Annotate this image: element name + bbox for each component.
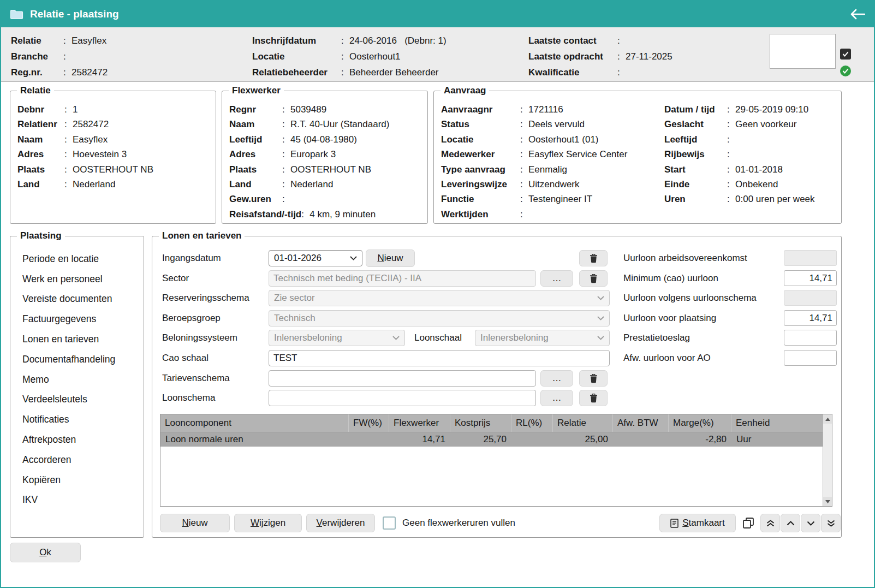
chevron-down-icon	[350, 256, 357, 260]
cell-flexwerker: 14,71	[389, 432, 450, 447]
prestatietoeslag-input[interactable]	[784, 330, 837, 346]
plaatsing-item-documentafhandeling[interactable]: Documentafhandeling	[15, 349, 140, 370]
field-label: Rijbewijs	[664, 147, 727, 162]
colon	[520, 147, 528, 162]
colon	[341, 67, 349, 78]
header-checkbox[interactable]	[840, 49, 851, 60]
move-last-button[interactable]	[821, 514, 841, 532]
flexwerker-rows: Regnr5039489 NaamR.T. 40-Uur (Standaard)…	[229, 102, 423, 222]
ellipsis-icon: …	[552, 373, 562, 384]
plaatsing-item-lonen-en-tarieven[interactable]: Lonen en tarieven	[15, 329, 140, 349]
scrollbar-track[interactable]	[823, 424, 832, 497]
plaatsing-item-factuurgegevens[interactable]: Factuurgegevens	[15, 309, 140, 329]
field-label: Kwalificatie	[528, 67, 617, 78]
sector-delete-button[interactable]	[579, 270, 608, 287]
stamkaart-button[interactable]: Stamkaart	[659, 514, 736, 532]
colon	[520, 117, 528, 132]
colon	[520, 102, 528, 117]
colon	[341, 35, 349, 46]
move-first-button[interactable]	[760, 514, 780, 532]
colon	[301, 207, 309, 222]
tarievenschema-browse-button[interactable]: …	[540, 370, 573, 387]
field-label: Uren	[664, 192, 727, 206]
field-value: 29-05-2019 09:10	[735, 102, 808, 117]
button-label: Nieuw	[377, 253, 403, 264]
colon	[617, 67, 626, 78]
looncomponenten-table: Looncomponent FW(%) Flexwerker Kostprijs…	[160, 414, 832, 507]
window: Relatie - plaatsing RelatieEasyflex Bran…	[0, 0, 875, 588]
uurloon-uurloonschema-input	[784, 290, 837, 306]
loonschema-browse-button[interactable]: …	[540, 390, 573, 406]
plaatsing-menu: Periode en locatie Werk en personeel Ver…	[15, 249, 140, 510]
cell-marge-pct: -2,80	[669, 432, 731, 447]
nieuw-button[interactable]: Nieuw	[160, 514, 230, 532]
table-header-cell: Kostprijs	[450, 414, 511, 432]
cell-fw-pct	[349, 432, 389, 447]
geen-flexwerkeruren-checkbox[interactable]	[383, 516, 396, 530]
field-label: Geslacht	[664, 117, 727, 132]
field-label: Laatste contact	[528, 35, 617, 46]
plaatsing-item-aftrekposten[interactable]: Aftrekposten	[15, 430, 140, 450]
plaatsing-item-ikv[interactable]: IKV	[15, 490, 140, 510]
wijzigen-button[interactable]: Wijzigen	[234, 514, 302, 532]
move-up-button[interactable]	[781, 514, 800, 532]
verwijderen-button[interactable]: Verwijderen	[306, 514, 375, 532]
colon	[64, 147, 73, 162]
minimum-cao-uurloon-input[interactable]	[784, 270, 837, 286]
checkbox-label: Geen flexwerkeruren vullen	[402, 514, 515, 532]
loonschema-delete-button[interactable]	[579, 390, 608, 406]
table-header-cell: Afw. BTW	[613, 414, 669, 432]
field-label: Adres	[229, 147, 282, 162]
table-scrollbar[interactable]	[823, 414, 832, 506]
table-header-cell: Looncomponent	[160, 414, 349, 432]
field-value: 0:00 uren per week	[735, 192, 815, 206]
relatie-rows: Debnr1 Relatienr2582472 NaamEasyflex Adr…	[17, 102, 211, 192]
field-label: Reisafstand/-tijd	[229, 207, 301, 222]
table-empty-area	[160, 447, 823, 506]
cell-afw-btw	[613, 432, 669, 447]
back-arrow-icon[interactable]	[850, 9, 865, 20]
copy-icon[interactable]	[742, 517, 754, 529]
chevron-down-icon	[597, 296, 604, 300]
field-label: Leveringswijze	[441, 177, 520, 192]
afw-uurloon-ao-input[interactable]	[784, 350, 837, 366]
colon	[520, 162, 528, 177]
uurloon-plaatsing-input[interactable]	[784, 310, 837, 326]
table-row-selected[interactable]: Loon normale uren 14,71 25,70 25,00 -2,8…	[160, 432, 823, 447]
plaatsing-item-vereiste-documenten[interactable]: Vereiste documenten	[15, 289, 140, 310]
uurloon-arbeidsovereenkomst-input	[784, 250, 837, 266]
loonschaal-label: Loonschaal	[414, 330, 462, 346]
select-value: 01-01-2026	[274, 253, 322, 264]
trash-icon	[590, 274, 598, 283]
scroll-up-button[interactable]	[823, 414, 832, 424]
plaatsing-item-periode-en-locatie[interactable]: Periode en locatie	[15, 249, 140, 269]
rate-label: Uurloon voor plaatsing	[623, 310, 716, 326]
plaatsing-item-kopieren[interactable]: Kopiëren	[15, 470, 140, 490]
field-label: Naam	[229, 117, 282, 132]
header-summary: RelatieEasyflex Branche Reg.nr.2582472 I…	[1, 27, 874, 82]
chevron-down-icon	[597, 316, 604, 320]
plaatsing-item-notificaties[interactable]: Notificaties	[15, 409, 140, 430]
colon	[617, 51, 626, 62]
ellipsis-icon: …	[552, 393, 562, 403]
tarievenschema-delete-button[interactable]	[579, 370, 608, 387]
ok-button[interactable]: Ok	[10, 543, 81, 562]
ingangsdatum-select[interactable]: 01-01-2026	[269, 250, 362, 266]
plaatsing-item-accorderen[interactable]: Accorderen	[15, 450, 140, 470]
field-label: Inschrijfdatum	[252, 35, 341, 46]
plaatsing-item-memo[interactable]: Memo	[15, 370, 140, 390]
sector-browse-button[interactable]: …	[540, 270, 573, 287]
scroll-down-button[interactable]	[823, 497, 832, 506]
ingangsdatum-nieuw-button[interactable]: Nieuw	[366, 250, 415, 267]
plaatsing-item-werk-en-personeel[interactable]: Werk en personeel	[15, 269, 140, 289]
loonschema-input[interactable]	[269, 390, 536, 406]
move-down-button[interactable]	[801, 514, 820, 532]
window-title: Relatie - plaatsing	[30, 8, 119, 20]
field-label: Type aanvraag	[441, 162, 520, 177]
tarievenschema-input[interactable]	[269, 370, 536, 387]
cao-schaal-input[interactable]	[269, 350, 610, 366]
colon	[282, 117, 290, 132]
plaatsing-item-verdeelsleutels[interactable]: Verdeelsleutels	[15, 390, 140, 410]
field-label: Plaats	[17, 162, 64, 177]
ingangsdatum-delete-button[interactable]	[579, 250, 608, 266]
